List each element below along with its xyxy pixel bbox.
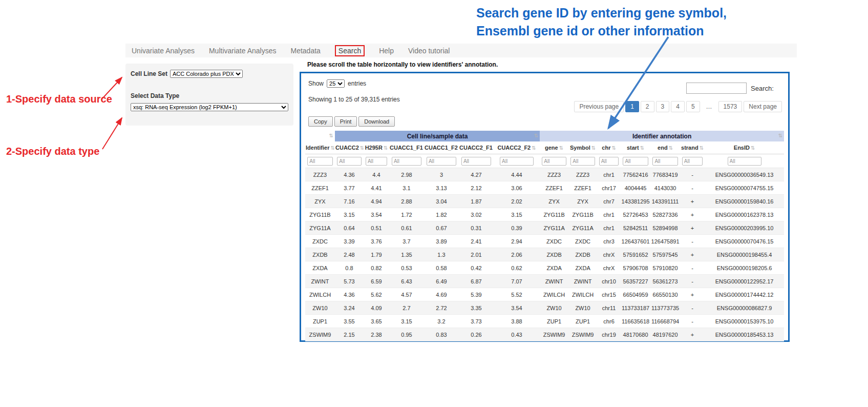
cell: ENSG00000122952.17 (705, 275, 784, 288)
cell-line-set-select[interactable]: ACC Colorado plus PDX (170, 70, 243, 78)
page-button-1[interactable]: 1 (625, 101, 639, 112)
column-header-cuacc2-f2[interactable]: CUACC2_F2⇅ (494, 141, 540, 154)
column-header-identifier[interactable]: Identifier⇅ (305, 141, 335, 154)
column-filter-cuacc2-f2[interactable] (500, 157, 534, 166)
cell: 0.26 (459, 328, 494, 341)
previous-page-button[interactable]: Previous page (574, 101, 624, 112)
cell: ZYG11B (305, 208, 335, 221)
column-header-end[interactable]: end⇅ (650, 141, 680, 154)
download-button[interactable]: Download (358, 116, 395, 127)
print-button[interactable]: Print (334, 116, 357, 127)
column-header-h295r[interactable]: H295R⇅ (364, 141, 389, 154)
sort-icon[interactable]: ⇅ (329, 133, 333, 138)
cell: ENSG00000086827.9 (705, 301, 784, 315)
cell: 5.52 (494, 288, 540, 301)
nav-item-metadata[interactable]: Metadata (290, 47, 320, 55)
cell: 126475891 (650, 235, 680, 248)
column-filter-cuacc1-f2[interactable] (427, 157, 456, 166)
sort-icon: ⇅ (669, 145, 673, 151)
column-filter-cuacc2[interactable] (337, 157, 362, 166)
table-row: ZXDC3.393.763.73.892.412.94ZXDCZXDCchr31… (305, 235, 784, 248)
cell: - (680, 261, 705, 275)
nav-item-multivariate-analyses[interactable]: Multivariate Analyses (209, 47, 277, 55)
sort-icon: ⇅ (532, 145, 536, 151)
cell: ENSG00000203995.10 (705, 221, 784, 235)
cell: 4.57 (389, 288, 424, 301)
cell: 4.69 (424, 288, 459, 301)
column-filter-gene[interactable] (542, 157, 566, 166)
page-button-3[interactable]: 3 (656, 101, 670, 112)
cell: 2.15 (335, 328, 364, 341)
column-header-cuacc1-f2[interactable]: CUACC1_F2⇅ (424, 141, 459, 154)
show-label: Show (308, 80, 324, 87)
cell: 3.1 (389, 181, 424, 195)
column-filter-cuacc2-f1[interactable] (461, 157, 491, 166)
cell: ENSG00000198455.4 (705, 248, 784, 261)
column-header-cuacc2-f1[interactable]: CUACC2_F1⇅ (459, 141, 494, 154)
column-header-gene[interactable]: gene⇅ (540, 141, 568, 154)
cell: 0.95 (389, 328, 424, 341)
cell: 3.76 (364, 235, 389, 248)
column-header-label: EnsID (734, 145, 750, 151)
column-filter-cuacc1-f1[interactable] (392, 157, 421, 166)
cell: 6.59 (364, 275, 389, 288)
cell: ENSG00000153975.10 (705, 315, 784, 328)
column-filter-end[interactable] (652, 157, 678, 166)
cell: ZXDC (568, 235, 597, 248)
cell: 56357227 (621, 275, 650, 288)
filter-cell (459, 154, 494, 168)
column-header-cuacc1-f1[interactable]: CUACC1_F1⇅ (389, 141, 424, 154)
data-type-select[interactable]: xsq: RNA-seq Expression (log2 FPKM+1) (131, 103, 288, 111)
cell: 3.73 (459, 315, 494, 328)
column-header-strand[interactable]: strand⇅ (680, 141, 705, 154)
column-filter-h295r[interactable] (366, 157, 387, 166)
nav-item-univariate-analyses[interactable]: Univariate Analyses (132, 47, 195, 55)
copy-button[interactable]: Copy (308, 116, 333, 127)
column-header-label: H295R (365, 145, 383, 151)
cell: 3.15 (494, 208, 540, 221)
cell: ZYG11A (568, 221, 597, 235)
table-search-input[interactable] (686, 83, 747, 94)
page-button-4[interactable]: 4 (671, 101, 685, 112)
column-header-cuacc2[interactable]: CUACC2⇅ (335, 141, 364, 154)
cell: 126437601 (621, 235, 650, 248)
cell: 0.39 (494, 221, 540, 235)
page-length-select[interactable]: 25 (327, 79, 345, 88)
column-filter-symbol[interactable] (570, 157, 595, 166)
column-filter-ensid[interactable] (728, 157, 761, 166)
cell: 2.48 (335, 248, 364, 261)
nav-item-video-tutorial[interactable]: Video tutorial (408, 47, 450, 55)
cell: 116668794 (650, 315, 680, 328)
column-header-ensid[interactable]: EnsID⇅ (705, 141, 784, 154)
cell: 3.06 (494, 181, 540, 195)
column-header-label: end (658, 145, 668, 151)
cell: 2.41 (459, 235, 494, 248)
corner-header[interactable]: ⇅ (305, 131, 335, 141)
step2-arrow (102, 118, 122, 149)
column-header-start[interactable]: start⇅ (621, 141, 650, 154)
filter-cell (424, 154, 459, 168)
page-button-5[interactable]: 5 (686, 101, 700, 112)
cell: 3.55 (335, 315, 364, 328)
column-filter-start[interactable] (623, 157, 648, 166)
cell: chr3 (597, 235, 621, 248)
column-filter-chr[interactable] (599, 157, 619, 166)
cell: ZZZ3 (305, 168, 335, 181)
column-filter-strand[interactable] (682, 157, 703, 166)
cell: chr19 (597, 328, 621, 341)
page-button-2[interactable]: 2 (641, 101, 654, 112)
cell: 3.77 (335, 181, 364, 195)
nav-item-help[interactable]: Help (379, 47, 394, 55)
sort-icon: ⇅ (559, 145, 563, 151)
next-page-button[interactable]: Next page (744, 101, 782, 112)
cell: - (680, 181, 705, 195)
cell: ZXDB (305, 248, 335, 261)
column-header-symbol[interactable]: Symbol⇅ (568, 141, 597, 154)
cell: chrX (597, 248, 621, 261)
nav-item-search[interactable]: Search (335, 45, 365, 56)
table-row: ZYX7.164.942.883.041.872.02ZYXZYXchr7143… (305, 195, 784, 208)
column-filter-identifier[interactable] (307, 157, 332, 166)
page-button-1573[interactable]: 1573 (718, 101, 743, 112)
column-header-chr[interactable]: chr⇅ (597, 141, 621, 154)
filter-cell (364, 154, 389, 168)
